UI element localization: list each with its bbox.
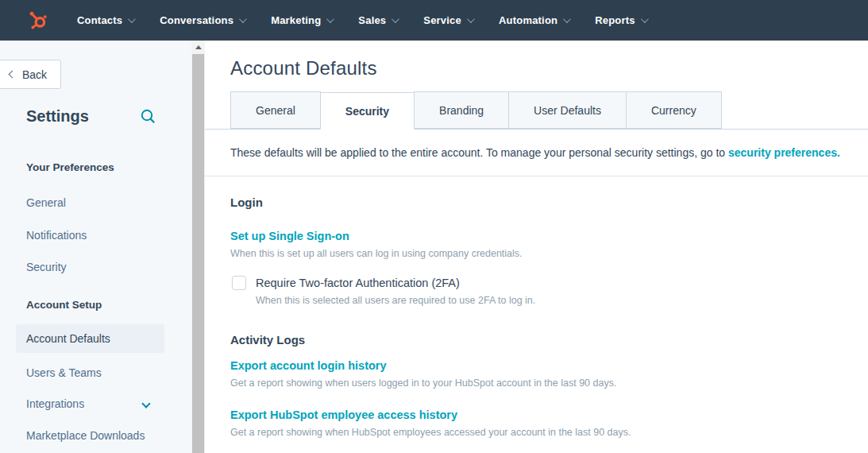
sidebar-item-marketplace-downloads[interactable]: Marketplace Downloads xyxy=(26,429,145,442)
chevron-down-icon xyxy=(467,15,475,23)
login-section-heading: Login xyxy=(230,196,868,209)
nav-item-label: Conversations xyxy=(160,14,233,26)
sidebar-section-your-preferences: Your Preferences xyxy=(26,161,114,173)
sidebar-item-security[interactable]: Security xyxy=(26,261,67,273)
back-button[interactable]: Back xyxy=(0,60,61,89)
chevron-down-icon xyxy=(563,15,571,23)
sso-help-text: When this is set up all users can log in… xyxy=(230,248,868,259)
nav-item-label: Automation xyxy=(499,14,557,26)
scrollbar-thumb[interactable] xyxy=(192,54,204,453)
top-navbar: Contacts Conversations Marketing Sales S… xyxy=(0,0,868,41)
nav-item-label: Contacts xyxy=(77,14,122,26)
nav-item-sales[interactable]: Sales xyxy=(358,14,397,26)
security-description: These defaults will be applied to the en… xyxy=(230,145,843,160)
tab-user-defaults[interactable]: User Defaults xyxy=(508,91,627,129)
sidebar-item-notifications[interactable]: Notifications xyxy=(26,229,87,242)
security-preferences-link[interactable]: security preferences. xyxy=(728,146,840,159)
export-employee-access-help: Get a report showing when HubSpot employ… xyxy=(230,427,868,438)
nav-item-label: Sales xyxy=(358,14,386,26)
description-text: These defaults will be applied to the en… xyxy=(230,146,728,159)
setup-sso-link[interactable]: Set up Single Sign-on xyxy=(230,230,349,242)
search-icon[interactable] xyxy=(140,108,156,125)
nav-item-automation[interactable]: Automation xyxy=(499,14,569,26)
hubspot-logo-icon[interactable] xyxy=(27,10,48,31)
chevron-left-icon xyxy=(8,71,16,79)
scrollbar-up-button[interactable] xyxy=(191,41,205,54)
sidebar-section-account-setup: Account Setup xyxy=(26,299,102,311)
tab-branding[interactable]: Branding xyxy=(414,91,509,129)
chevron-down-icon xyxy=(239,15,247,23)
chevron-down-icon xyxy=(392,15,399,23)
nav-item-marketing[interactable]: Marketing xyxy=(271,14,332,26)
page-title: Account Defaults xyxy=(230,57,868,79)
require-2fa-label: Require Two-factor Authentication (2FA) xyxy=(256,277,460,289)
nav-item-label: Service xyxy=(423,14,461,26)
sidebar-item-account-defaults[interactable]: Account Defaults xyxy=(16,324,164,353)
chevron-down-icon xyxy=(326,15,334,23)
require-2fa-row: Require Two-factor Authentication (2FA) xyxy=(232,276,868,290)
activity-logs-section-heading: Activity Logs xyxy=(230,333,868,347)
nav-item-reports[interactable]: Reports xyxy=(595,14,646,26)
export-login-history-help: Get a report showing when users logged i… xyxy=(230,378,868,389)
main-content: Account Defaults General Security Brandi… xyxy=(205,41,868,453)
export-employee-access-link[interactable]: Export HubSpot employee access history xyxy=(230,408,457,421)
tab-currency[interactable]: Currency xyxy=(626,91,722,129)
nav-item-label: Marketing xyxy=(271,14,321,26)
section-divider xyxy=(205,176,868,176)
chevron-down-icon xyxy=(128,15,136,23)
nav-item-conversations[interactable]: Conversations xyxy=(160,14,245,26)
chevron-down-icon xyxy=(641,15,649,23)
require-2fa-checkbox[interactable] xyxy=(232,276,246,290)
back-button-label: Back xyxy=(22,68,47,81)
chevron-down-icon xyxy=(141,399,150,408)
sidebar-item-label: Account Defaults xyxy=(26,332,110,345)
nav-item-contacts[interactable]: Contacts xyxy=(77,14,133,26)
settings-sidebar: Back Settings Your Preferences General N… xyxy=(0,41,191,453)
tab-general[interactable]: General xyxy=(230,91,321,129)
sidebar-item-label: Integrations xyxy=(26,397,84,410)
sidebar-scrollbar[interactable] xyxy=(191,41,205,453)
tab-security[interactable]: Security xyxy=(320,92,415,130)
sidebar-item-integrations[interactable]: Integrations xyxy=(26,397,161,410)
tab-bar: General Security Branding User Defaults … xyxy=(205,91,868,130)
navbar-menu: Contacts Conversations Marketing Sales S… xyxy=(77,14,646,26)
hubspot-settings-app: Contacts Conversations Marketing Sales S… xyxy=(0,0,868,453)
sidebar-title: Settings xyxy=(26,107,89,126)
arrow-up-icon xyxy=(195,45,202,49)
require-2fa-help-text: When this is selected all users are requ… xyxy=(256,295,868,306)
sidebar-item-general[interactable]: General xyxy=(26,196,66,209)
nav-item-service[interactable]: Service xyxy=(423,14,473,26)
export-login-history-link[interactable]: Export account login history xyxy=(230,359,387,372)
nav-item-label: Reports xyxy=(595,14,635,26)
sidebar-item-users-teams[interactable]: Users & Teams xyxy=(26,366,102,379)
